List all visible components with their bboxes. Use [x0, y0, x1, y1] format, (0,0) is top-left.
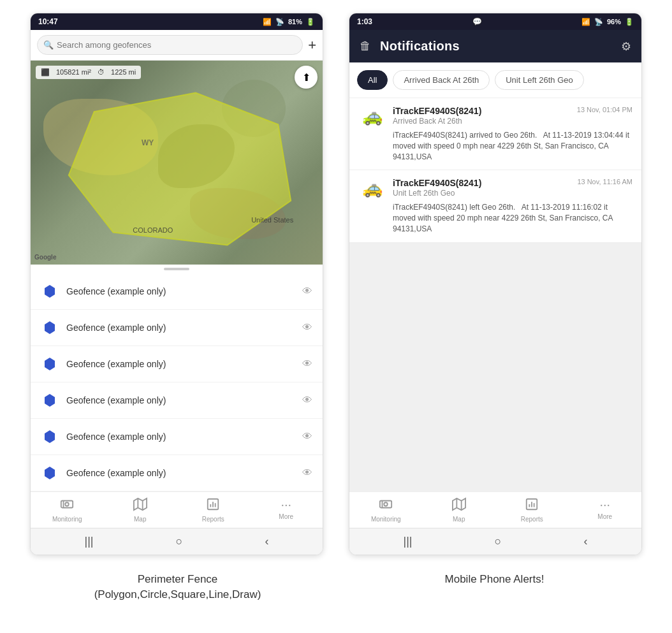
- right-battery-label: 96%: [607, 18, 621, 25]
- notif-body-0: iTrackEF4940S(8241) arrived to Geo 26th.…: [358, 130, 632, 162]
- eye-icon-0[interactable]: 👁: [302, 286, 312, 297]
- geofence-item[interactable]: Geofence (example only) 👁: [31, 382, 323, 419]
- device-name-1: iTrackEF4940S(8241): [393, 178, 571, 188]
- eye-icon-5[interactable]: 👁: [302, 467, 312, 479]
- home-button-right[interactable]: ○: [495, 535, 502, 548]
- monitoring-icon-right: [379, 497, 393, 514]
- nav-monitoring-left[interactable]: Monitoring: [51, 497, 83, 523]
- svg-marker-6: [45, 467, 55, 479]
- more-icon-right: ···: [599, 497, 610, 512]
- compass-icon: ⬆: [302, 71, 310, 84]
- home-button-left[interactable]: ○: [176, 535, 183, 548]
- geofence-item[interactable]: Geofence (example only) 👁: [31, 273, 323, 310]
- nav-more-left[interactable]: ··· More: [270, 497, 302, 523]
- reports-label-left: Reports: [202, 516, 224, 523]
- main-container: 10:47 📶 📡 81% 🔋 🔍 +: [0, 0, 672, 562]
- back-button-left[interactable]: ‹: [265, 535, 268, 548]
- area-icon: ⬛: [41, 68, 50, 76]
- svg-marker-20: [453, 498, 465, 510]
- left-bottom-nav: Monitoring Map Reports ··· More: [31, 491, 323, 528]
- nav-reports-right[interactable]: Reports: [516, 497, 548, 523]
- map-label-wy: WY: [142, 138, 154, 147]
- eye-icon-4[interactable]: 👁: [302, 431, 312, 442]
- right-caption: Mobile Phone Alerts!: [348, 572, 641, 602]
- geofence-name-2: Geofence (example only): [66, 359, 295, 369]
- left-status-bar: 10:47 📶 📡 81% 🔋: [31, 13, 323, 30]
- device-name-0: iTrackEF4940S(8241): [393, 106, 571, 116]
- chat-icon: 💬: [472, 17, 482, 26]
- left-time: 10:47: [38, 17, 58, 26]
- right-time: 1:03: [357, 17, 372, 26]
- filter-arrived[interactable]: Arrived Back At 26th: [393, 70, 490, 90]
- geofence-list: Geofence (example only) 👁 Geofence (exam…: [31, 273, 323, 491]
- right-wifi-icon: 📶: [581, 18, 590, 26]
- svg-rect-17: [380, 501, 391, 508]
- notification-header: 🗑 Notifications ⚙: [349, 30, 641, 62]
- search-wrapper: 🔍: [37, 35, 303, 55]
- geofence-icon-3: [41, 391, 59, 409]
- filter-tabs: All Arrived Back At 26th Unit Left 26th …: [349, 62, 641, 98]
- empty-area: [349, 243, 641, 370]
- nav-reports-left[interactable]: Reports: [197, 497, 229, 523]
- svg-marker-5: [45, 430, 55, 443]
- more-label-right: More: [597, 513, 612, 520]
- svg-marker-10: [134, 498, 147, 510]
- notification-list: 🚕 iTrackEF4940S(8241) Arrived Back At 26…: [349, 98, 641, 491]
- nav-map-left[interactable]: Map: [124, 497, 156, 523]
- map-info-bar: ⬛ 105821 mi² ⏱ 1225 mi: [36, 66, 141, 79]
- svg-marker-2: [45, 321, 55, 334]
- car-icon-0: 🚕: [358, 106, 386, 126]
- search-input[interactable]: [37, 35, 303, 55]
- captions-row: Perimeter Fence(Polygon,Circle,Square,Li…: [0, 562, 672, 613]
- geofence-icon-2: [41, 355, 59, 373]
- notif-info-1: iTrackEF4940S(8241) Unit Left 26th Geo: [393, 178, 571, 198]
- eye-icon-3[interactable]: 👁: [302, 395, 312, 406]
- monitoring-icon: [60, 497, 74, 514]
- settings-icon[interactable]: ⚙: [621, 40, 631, 54]
- wifi-icon: 📶: [263, 18, 272, 26]
- svg-marker-3: [45, 358, 55, 370]
- google-logo: Google: [34, 254, 56, 261]
- battery-label: 81%: [288, 18, 302, 25]
- eye-icon-1[interactable]: 👁: [302, 322, 312, 333]
- nav-more-right[interactable]: ··· More: [589, 497, 621, 523]
- notif-info-0: iTrackEF4940S(8241) Arrived Back At 26th: [393, 106, 571, 126]
- event-type-0: Arrived Back At 26th: [393, 117, 571, 126]
- signal-icon: 📡: [275, 18, 284, 26]
- right-android-nav: ||| ○ ‹: [349, 528, 641, 555]
- delete-icon[interactable]: 🗑: [360, 40, 371, 53]
- car-icon-1: 🚕: [358, 178, 386, 198]
- filter-all[interactable]: All: [357, 70, 388, 90]
- monitoring-label-left: Monitoring: [52, 516, 82, 523]
- geofence-name-5: Geofence (example only): [66, 468, 295, 478]
- filter-unit-left[interactable]: Unit Left 26th Geo: [495, 70, 584, 90]
- map-label-left: Map: [134, 516, 146, 523]
- map-icon-left: [133, 497, 147, 514]
- geofence-item[interactable]: Geofence (example only) 👁: [31, 455, 323, 491]
- notification-card-1[interactable]: 🚕 iTrackEF4940S(8241) Unit Left 26th Geo…: [349, 170, 641, 242]
- left-status-icons: 📶 📡 81% 🔋: [263, 18, 315, 26]
- eye-icon-2[interactable]: 👁: [302, 358, 312, 370]
- right-phone: 1:03 💬 📶 📡 96% 🔋 🗑 Notifications ⚙ All A…: [349, 13, 642, 555]
- area-label: 105821 mi²: [56, 68, 91, 76]
- monitoring-label-right: Monitoring: [371, 516, 401, 523]
- map-area: ⬛ 105821 mi² ⏱ 1225 mi ⬆ WY United State…: [31, 61, 323, 265]
- notifications-title: Notifications: [380, 39, 612, 54]
- map-compass[interactable]: ⬆: [295, 66, 318, 89]
- recents-button-right[interactable]: |||: [404, 535, 413, 548]
- svg-marker-4: [45, 394, 55, 407]
- recents-button-left[interactable]: |||: [85, 535, 94, 548]
- geofence-item[interactable]: Geofence (example only) 👁: [31, 310, 323, 346]
- nav-monitoring-right[interactable]: Monitoring: [370, 497, 402, 523]
- geofence-item[interactable]: Geofence (example only) 👁: [31, 346, 323, 382]
- back-button-right[interactable]: ‹: [583, 535, 587, 548]
- geofence-icon-4: [41, 428, 59, 446]
- geofence-icon-1: [41, 319, 59, 337]
- notification-card-0[interactable]: 🚕 iTrackEF4940S(8241) Arrived Back At 26…: [349, 98, 641, 170]
- nav-map-right[interactable]: Map: [443, 497, 475, 523]
- geofence-name-3: Geofence (example only): [66, 395, 295, 405]
- geofence-name-1: Geofence (example only): [66, 323, 295, 333]
- geofence-item[interactable]: Geofence (example only) 👁: [31, 419, 323, 455]
- add-geofence-button[interactable]: +: [308, 37, 316, 54]
- svg-point-8: [66, 502, 69, 506]
